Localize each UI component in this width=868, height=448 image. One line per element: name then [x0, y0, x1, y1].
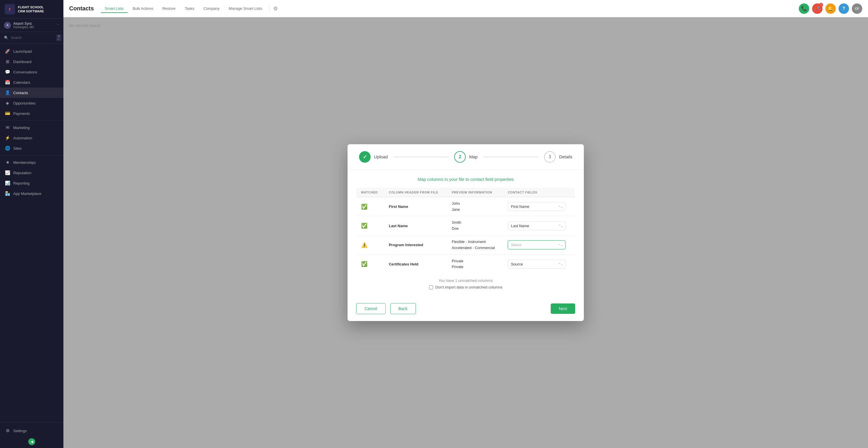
contact-field-select[interactable]: Source [508, 260, 565, 269]
sidebar-item-automation[interactable]: ⚡ Automation [0, 133, 63, 143]
select-wrapper: First Name [508, 202, 565, 211]
header-right: 📞 📣 1 🔔 ? CF [799, 3, 862, 14]
dont-import-label: Don't import data in unmatched columns [435, 285, 502, 289]
contact-field-select-unmatched[interactable]: Select First Name Last Name Source [508, 240, 565, 249]
conversations-icon: 💬 [5, 69, 10, 75]
select-wrapper: Source [508, 260, 565, 269]
header-tabs: Smart Lists Bulk Actions Restore Tasks C… [101, 5, 278, 13]
tab-company[interactable]: Company [199, 5, 224, 13]
sidebar-item-calendars[interactable]: 📅 Calendars [0, 77, 63, 88]
sidebar-item-label: Opportunities [13, 101, 35, 105]
help-button[interactable]: ? [839, 3, 849, 14]
org-name: Airport Sync [13, 22, 34, 26]
cancel-button[interactable]: Cancel [356, 303, 385, 314]
search-input[interactable] [11, 36, 54, 40]
match-ok-icon: ✅ [361, 223, 367, 229]
sites-icon: 🌐 [5, 146, 10, 151]
org-info: A Airport Sync Farmington, MO [4, 22, 34, 29]
sidebar-item-label: Launchpad [13, 49, 32, 54]
match-warn-icon: ⚠️ [361, 242, 367, 248]
preview-cell: PrivatePrivate [447, 254, 503, 274]
sidebar-item-launchpad[interactable]: 🚀 Launchpad [0, 46, 63, 57]
footer-left-buttons: Cancel Back [356, 303, 416, 314]
contact-field-select[interactable]: First Name [508, 202, 565, 211]
content-area: No records found ✓ Upload 2 Map [63, 17, 868, 448]
next-button[interactable]: Next [551, 304, 575, 314]
tab-smart-lists[interactable]: Smart Lists [101, 5, 128, 13]
org-chevron-icon: ⌃ [57, 23, 59, 27]
tab-restore[interactable]: Restore [158, 5, 180, 13]
sidebar-item-contacts[interactable]: 👤 Contacts [0, 88, 63, 98]
sidebar-item-marketing[interactable]: ✉ Marketing [0, 123, 63, 133]
bell-button[interactable]: 🔔 [825, 3, 836, 14]
modal-body: Map columns in your file to contact fiel… [347, 170, 584, 299]
cmd-badge: ⌘ K [56, 34, 62, 41]
match-ok-icon: ✅ [361, 261, 367, 267]
settings-icon: ⚙ [5, 428, 10, 433]
col-header: COLUMN HEADER FROM FILE [384, 187, 447, 197]
contacts-icon: 👤 [5, 90, 10, 95]
reputation-icon: 📈 [5, 170, 10, 175]
settings-gear-icon[interactable]: ⚙ [273, 5, 278, 12]
sidebar-search-bar: 🔍 ⌘ K ⚡ [0, 32, 63, 44]
sidebar-item-reputation[interactable]: 📈 Reputation [0, 168, 63, 178]
column-header-cell: Program Interested [384, 236, 447, 255]
select-wrapper: Last Name [508, 221, 565, 230]
column-header-text: Last Name [389, 224, 408, 228]
sidebar-item-label: Conversations [13, 70, 37, 74]
sidebar-item-settings[interactable]: ⚙ Settings [0, 425, 63, 436]
nav-divider-2 [0, 155, 63, 156]
import-modal: ✓ Upload 2 Map 3 Details [347, 144, 584, 321]
sidebar-item-sites[interactable]: 🌐 Sites [0, 143, 63, 153]
sidebar-collapse-button[interactable]: ◀ [28, 438, 35, 445]
org-selector[interactable]: A Airport Sync Farmington, MO ⌃ [0, 19, 63, 32]
sidebar-item-label: Payments [13, 111, 30, 116]
table-row: ✅ First Name JohnJane First Name [356, 197, 575, 216]
preview-cell: JohnJane [447, 197, 503, 216]
contact-field-cell: Select First Name Last Name Source [503, 236, 575, 255]
dont-import-checkbox[interactable] [429, 285, 433, 289]
app-marketplace-icon: 🏪 [5, 191, 10, 196]
phone-button[interactable]: 📞 [799, 3, 809, 14]
step-connector-1 [394, 157, 449, 157]
match-cell: ✅ [356, 254, 384, 274]
sidebar-item-opportunities[interactable]: ◈ Opportunities [0, 98, 63, 108]
sidebar-item-label: Calendars [13, 80, 30, 84]
user-avatar-button[interactable]: CF [852, 3, 862, 14]
contact-field-cell: First Name [503, 197, 575, 216]
back-button[interactable]: Back [390, 303, 416, 314]
tab-tasks[interactable]: Tasks [181, 5, 198, 13]
payments-icon: 💳 [5, 111, 10, 116]
sidebar-item-reporting[interactable]: 📊 Reporting [0, 178, 63, 188]
sidebar-item-label: Marketing [13, 126, 30, 130]
top-header: Contacts Smart Lists Bulk Actions Restor… [63, 0, 868, 17]
automation-icon: ⚡ [5, 135, 10, 140]
org-location: Farmington, MO [13, 26, 34, 29]
app-logo: r FLIGHT SCHOOL CRM SOFTWARE [0, 0, 63, 19]
megaphone-button[interactable]: 📣 1 [812, 3, 823, 14]
table-row: ⚠️ Program Interested Flexible - Instrum… [356, 236, 575, 255]
launchpad-icon: 🚀 [5, 49, 10, 54]
calendars-icon: 📅 [5, 80, 10, 85]
contact-field-select[interactable]: Last Name [508, 221, 565, 230]
sidebar-item-label: Dashboard [13, 60, 32, 64]
sidebar-bottom: ⚙ Settings ◀ [0, 422, 63, 448]
sidebar-item-payments[interactable]: 💳 Payments [0, 108, 63, 118]
table-row: ✅ Last Name SmithDoe Last Name [356, 216, 575, 236]
sidebar-item-label: Memberships [13, 160, 36, 165]
tab-manage-smart-lists[interactable]: Manage Smart Lists [225, 5, 266, 13]
sidebar-item-dashboard[interactable]: ⊞ Dashboard [0, 57, 63, 67]
step-details: 3 Details [544, 151, 572, 163]
table-row: ✅ Certificates Held PrivatePrivate S [356, 254, 575, 274]
step-upload: ✓ Upload [359, 151, 388, 163]
step-map: 2 Map [454, 151, 477, 163]
sidebar-item-conversations[interactable]: 💬 Conversations [0, 67, 63, 77]
modal-overlay: ✓ Upload 2 Map 3 Details [63, 17, 868, 448]
match-cell: ✅ [356, 216, 384, 236]
sidebar-item-label: Contacts [13, 91, 28, 95]
tab-bulk-actions[interactable]: Bulk Actions [129, 5, 157, 13]
modal-subtitle: Map columns in your file to contact fiel… [356, 177, 575, 182]
step-map-label: Map [469, 154, 477, 159]
sidebar-item-memberships[interactable]: ★ Memberships [0, 157, 63, 168]
sidebar-item-app-marketplace[interactable]: 🏪 App Marketplace [0, 188, 63, 199]
